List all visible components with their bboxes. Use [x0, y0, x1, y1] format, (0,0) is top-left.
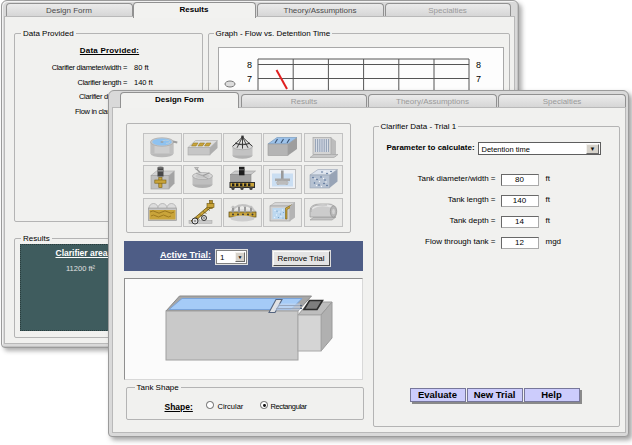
- svg-text:8: 8: [476, 60, 481, 70]
- svg-text:7: 7: [246, 74, 251, 84]
- svg-text:8: 8: [246, 60, 251, 70]
- svg-text:7: 7: [476, 74, 481, 84]
